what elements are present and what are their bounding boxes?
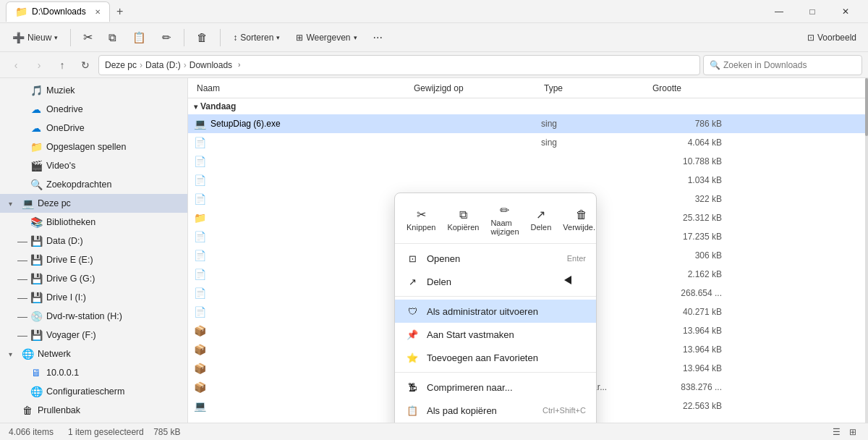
ctx-open-item[interactable]: ⊡ Openen Enter (395, 247, 596, 270)
back-btn[interactable]: ‹ (6, 55, 26, 75)
sidebar-label: Prullenbak (38, 405, 80, 415)
col-size-header[interactable]: Grootte (650, 83, 722, 93)
compress-icon: 🗜 (405, 380, 420, 394)
sort-btn[interactable]: ↕ Sorteren ▾ (226, 29, 286, 46)
view-icon: ⊞ (296, 33, 303, 43)
breadcrumb-downloads[interactable]: Downloads (190, 60, 232, 70)
col-type-header[interactable]: Type (541, 83, 650, 93)
file-size: 25.312 kB (650, 213, 722, 223)
preview-icon: ⊡ (807, 33, 814, 43)
sidebar-item-ip[interactable]: 🖥 10.0.0.1 (0, 363, 187, 382)
grid-view-btn[interactable]: ⊞ (846, 426, 859, 439)
sidebar-item-configuratiescherm[interactable]: 🌐 Configuratiescherm (0, 382, 187, 401)
ctx-properties-item[interactable]: ℹ Eigenschappen Alt+Enter (395, 422, 596, 423)
copy-btn[interactable]: ⧉ (102, 28, 123, 48)
breadcrumb-end-arrow: › (238, 61, 240, 69)
rar-icon: 📦 (194, 344, 206, 355)
sort-dropdown-icon: ▾ (276, 34, 280, 41)
up-btn[interactable]: ↑ (52, 55, 72, 75)
sidebar-item-drive-e[interactable]: — 💾 Drive E (E:) (0, 250, 187, 269)
file-size: 40.271 kB (650, 307, 722, 317)
sidebar-item-videos[interactable]: 🎬 Video's (0, 156, 187, 175)
ctx-copypath-item[interactable]: 📋 Als pad kopiëren Ctrl+Shift+C (395, 399, 596, 422)
paste-btn[interactable]: 📋 (126, 28, 153, 48)
sidebar-item-deze-pc[interactable]: ▾ 💻 Deze pc (0, 194, 187, 213)
sidebar-item-onedrive1[interactable]: ☁ Onedrive (0, 100, 187, 119)
statusbar: 4.066 items 1 item geselecteerd 785 kB ☰… (0, 423, 868, 440)
search-icon: 🔍 (710, 60, 720, 70)
list-view-btn[interactable]: ☰ (830, 426, 843, 439)
tab-close-btn[interactable]: ✕ (95, 8, 101, 16)
star-icon: ⭐ (405, 350, 420, 365)
forward-btn[interactable]: › (29, 55, 49, 75)
more-btn[interactable]: ··· (367, 28, 389, 48)
sidebar-item-drive-i[interactable]: — 💾 Drive I (I:) (0, 288, 187, 307)
group-today[interactable]: ▾ Vandaag (188, 98, 868, 114)
sidebar-item-netwerk[interactable]: ▾ 🌐 Netwerk (0, 344, 187, 363)
view-btn[interactable]: ⊞ Weergeven ▾ (289, 29, 363, 46)
col-modified-header[interactable]: Gewijzigd op (411, 83, 541, 93)
new-btn[interactable]: ➕ Nieuw ▾ (6, 28, 64, 47)
minimize-btn[interactable]: — (762, 0, 796, 23)
sidebar-item-onedrive2[interactable]: ☁ OneDrive (0, 119, 187, 138)
sidebar-label: 10.0.0.1 (46, 368, 79, 378)
cut-icon: ✂ (417, 208, 426, 221)
toolbar-sep-2 (184, 29, 184, 46)
search-box[interactable]: 🔍 (703, 55, 862, 75)
file-exe-icon: 💻 (194, 118, 206, 130)
context-menu-toolbar: ✂ Knippen ⧉ Kopiëren ✏ Naam wijzigen ↗ D… (395, 196, 596, 244)
sidebar-item-zoekopdrachten[interactable]: 🔍 Zoekopdrachten (0, 175, 187, 194)
preview-btn[interactable]: ⊡ Voorbeeld (801, 30, 862, 46)
sidebar-item-muziek[interactable]: 🎵 Muziek (0, 81, 187, 100)
video-icon: 🎬 (30, 160, 42, 172)
ctx-compress-item[interactable]: 🗜 Comprimeren naar... (395, 376, 596, 399)
breadcrumb-data[interactable]: Data (D:) (145, 60, 181, 70)
file-row[interactable]: 📄 10.788 kB (188, 152, 868, 171)
rename-btn[interactable]: ✏ (156, 28, 178, 48)
cut-btn[interactable]: ✂ (77, 27, 99, 48)
ctx-copy-btn[interactable]: ⧉ Kopiëren (441, 206, 485, 234)
close-btn[interactable]: ✕ (829, 0, 862, 23)
exe-icon: 💻 (194, 400, 206, 412)
file-row[interactable]: 📄 sing 4.064 kB (188, 133, 868, 152)
ctx-start-item[interactable]: 📌 Aan Start vastmaken (395, 323, 596, 346)
file-type: sing (541, 119, 650, 129)
col-name-header[interactable]: Naam (194, 83, 411, 93)
ctx-cut-btn[interactable]: ✂ Knippen (401, 205, 441, 234)
sidebar-item-bibliotheken[interactable]: 📚 Bibliotheken (0, 213, 187, 232)
refresh-btn[interactable]: ↻ (75, 55, 95, 75)
ctx-delete-btn[interactable]: 🗑 Verwijde... (557, 206, 597, 234)
maximize-btn[interactable]: □ (796, 0, 829, 23)
new-tab-btn[interactable]: + (110, 1, 130, 22)
ctx-sep-2 (395, 372, 596, 373)
file-row[interactable]: 📄 1.034 kB (188, 171, 868, 190)
sidebar-item-data[interactable]: — 💾 Data (D:) (0, 232, 187, 250)
ctx-sep-1 (395, 296, 596, 297)
ctx-compress-label: Comprimeren naar... (427, 382, 586, 393)
scrollbar-thumb[interactable] (865, 78, 868, 136)
active-tab[interactable]: 📁 D:\Downloads ✕ (6, 1, 110, 22)
window-controls: — □ ✕ (762, 0, 862, 23)
sidebar-item-prullenbak[interactable]: 🗑 Prullenbak (0, 401, 187, 420)
file-row[interactable]: 💻 SetupDiag (6).exe sing 786 kB (188, 114, 868, 133)
rename-icon: ✏ (162, 31, 171, 44)
toolbar-sep-1 (70, 29, 71, 46)
sidebar-item-drive-g[interactable]: — 💾 Drive G (G:) (0, 269, 187, 288)
ctx-admin-item[interactable]: 🛡 Als administrator uitvoeren (395, 300, 596, 323)
sidebar-item-voyager[interactable]: — 💾 Voyager (F:) (0, 326, 187, 344)
dash-icon: — (17, 329, 26, 341)
ctx-rename-btn[interactable]: ✏ Naam wijzigen (485, 200, 524, 239)
ctx-share-btn[interactable]: ↗ Delen (525, 205, 558, 234)
sidebar: 🎵 Muziek ☁ Onedrive ☁ OneDrive 📁 Opgesla… (0, 78, 188, 423)
breadcrumb-thispc[interactable]: Deze pc (105, 60, 137, 70)
ctx-favorites-item[interactable]: ⭐ Toevoegen aan Favorieten (395, 346, 596, 369)
sidebar-label: Zoekopdrachten (46, 179, 111, 190)
ctx-open-label: Openen (427, 253, 560, 264)
breadcrumb[interactable]: Deze pc › Data (D:) › Downloads › (98, 55, 700, 75)
sidebar-item-opgeslagen[interactable]: 📁 Opgeslagen spellen (0, 138, 187, 156)
dash-icon: — (17, 292, 26, 303)
sidebar-item-dvd[interactable]: — 💿 Dvd-rw-station (H:) (0, 307, 187, 326)
delete-btn[interactable]: 🗑 (190, 28, 214, 47)
search-input[interactable] (723, 60, 856, 70)
scrollbar-track[interactable] (865, 78, 868, 423)
